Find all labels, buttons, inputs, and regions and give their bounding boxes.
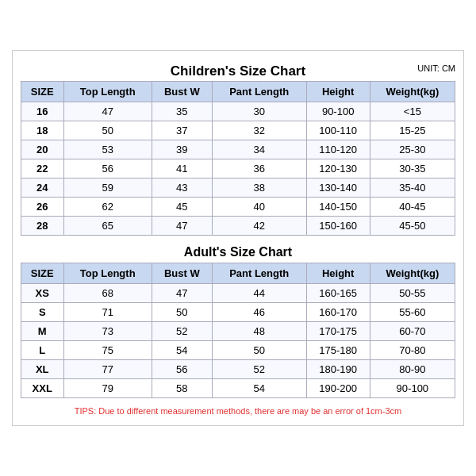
- table-cell: 40: [212, 198, 306, 217]
- table-cell: 38: [212, 178, 306, 198]
- table-row: S715046160-17055-60: [21, 303, 455, 322]
- table-cell: 28: [21, 217, 64, 236]
- table-cell: 45-50: [370, 217, 455, 236]
- table-cell: 60-70: [370, 322, 455, 341]
- table-cell: 170-175: [306, 322, 370, 341]
- table-cell: 52: [212, 360, 306, 379]
- table-cell: 15-25: [370, 121, 455, 140]
- table-cell: 80-90: [370, 360, 455, 379]
- table-row: XXL795854190-20090-100: [21, 379, 455, 398]
- table-cell: 130-140: [306, 178, 370, 198]
- table-cell: 26: [21, 198, 64, 217]
- table-cell: 30: [212, 102, 306, 121]
- table-cell: 47: [152, 217, 212, 236]
- table-row: XL775652180-19080-90: [21, 360, 455, 379]
- table-row: 22564136120-13030-35: [21, 159, 455, 178]
- table-row: 24594338130-14035-40: [21, 178, 455, 198]
- adult-size-table: SIZETop LengthBust WPant LengthHeightWei…: [21, 263, 455, 398]
- adult-table-body: XS684744160-16550-55S715046160-17055-60M…: [21, 284, 455, 398]
- table-cell: 100-110: [306, 121, 370, 140]
- table-cell: 35-40: [370, 178, 455, 198]
- table-cell: 58: [152, 379, 212, 398]
- table-cell: 53: [63, 140, 152, 159]
- table-cell: 48: [212, 322, 306, 341]
- table-cell: 54: [152, 341, 212, 360]
- table-cell: 180-190: [306, 360, 370, 379]
- children-header-cell: Bust W: [152, 82, 212, 102]
- table-cell: 50: [212, 341, 306, 360]
- table-cell: 190-200: [306, 379, 370, 398]
- table-cell: 90-100: [370, 379, 455, 398]
- children-title-text: Children's Size Chart: [171, 63, 305, 79]
- children-header-cell: SIZE: [21, 82, 64, 102]
- table-cell: 22: [21, 159, 64, 178]
- table-row: L755450175-18070-80: [21, 341, 455, 360]
- table-cell: 50-55: [370, 284, 455, 303]
- table-cell: 77: [63, 360, 152, 379]
- children-header-cell: Pant Length: [212, 82, 306, 102]
- table-cell: 43: [152, 178, 212, 198]
- table-cell: 42: [212, 217, 306, 236]
- table-cell: 160-170: [306, 303, 370, 322]
- children-header-cell: Weight(kg): [370, 82, 455, 102]
- table-row: 18503732100-11015-25: [21, 121, 455, 140]
- table-cell: 20: [21, 140, 64, 159]
- table-cell: L: [21, 341, 64, 360]
- table-cell: 75: [63, 341, 152, 360]
- table-cell: 65: [63, 217, 152, 236]
- table-cell: XL: [21, 360, 64, 379]
- table-cell: 50: [152, 303, 212, 322]
- adult-header-cell: SIZE: [21, 263, 64, 284]
- adult-header-cell: Bust W: [152, 263, 212, 284]
- adult-header-cell: Height: [306, 263, 370, 284]
- table-cell: 40-45: [370, 198, 455, 217]
- table-cell: 79: [63, 379, 152, 398]
- table-cell: 71: [63, 303, 152, 322]
- table-cell: 175-180: [306, 341, 370, 360]
- table-cell: <15: [370, 102, 455, 121]
- table-cell: 52: [152, 322, 212, 341]
- adult-header-cell: Weight(kg): [370, 263, 455, 284]
- table-cell: 68: [63, 284, 152, 303]
- table-cell: 90-100: [306, 102, 370, 121]
- table-cell: 140-150: [306, 198, 370, 217]
- table-cell: 30-35: [370, 159, 455, 178]
- adult-title: Adult's Size Chart: [21, 240, 455, 263]
- children-header-row: SIZETop LengthBust WPant LengthHeightWei…: [21, 82, 455, 102]
- table-cell: 62: [63, 198, 152, 217]
- table-cell: XXL: [21, 379, 64, 398]
- table-cell: 25-30: [370, 140, 455, 159]
- adult-title-text: Adult's Size Chart: [184, 245, 292, 259]
- table-cell: M: [21, 322, 64, 341]
- table-cell: 47: [63, 102, 152, 121]
- table-cell: 41: [152, 159, 212, 178]
- table-cell: 70-80: [370, 341, 455, 360]
- children-title: Children's Size Chart UNIT: CM: [21, 59, 455, 81]
- table-cell: 110-120: [306, 140, 370, 159]
- adult-header-cell: Pant Length: [212, 263, 306, 284]
- size-chart-container: Children's Size Chart UNIT: CM SIZETop L…: [12, 50, 464, 426]
- adult-header-cell: Top Length: [63, 263, 152, 284]
- table-cell: 44: [212, 284, 306, 303]
- unit-label: UNIT: CM: [417, 63, 455, 73]
- table-cell: 24: [21, 178, 64, 198]
- table-cell: 56: [63, 159, 152, 178]
- children-header-cell: Top Length: [63, 82, 152, 102]
- table-row: 1647353090-100<15: [21, 102, 455, 121]
- tips-text: TIPS: Due to different measurement metho…: [21, 403, 455, 417]
- table-cell: XS: [21, 284, 64, 303]
- table-row: XS684744160-16550-55: [21, 284, 455, 303]
- table-cell: 54: [212, 379, 306, 398]
- children-size-table: SIZETop LengthBust WPant LengthHeightWei…: [21, 81, 455, 236]
- table-cell: 50: [63, 121, 152, 140]
- table-cell: 32: [212, 121, 306, 140]
- table-cell: 18: [21, 121, 64, 140]
- table-cell: 150-160: [306, 217, 370, 236]
- table-cell: 56: [152, 360, 212, 379]
- table-cell: 34: [212, 140, 306, 159]
- table-cell: 120-130: [306, 159, 370, 178]
- table-cell: 37: [152, 121, 212, 140]
- table-cell: 73: [63, 322, 152, 341]
- table-row: 26624540140-15040-45: [21, 198, 455, 217]
- table-row: M735248170-17560-70: [21, 322, 455, 341]
